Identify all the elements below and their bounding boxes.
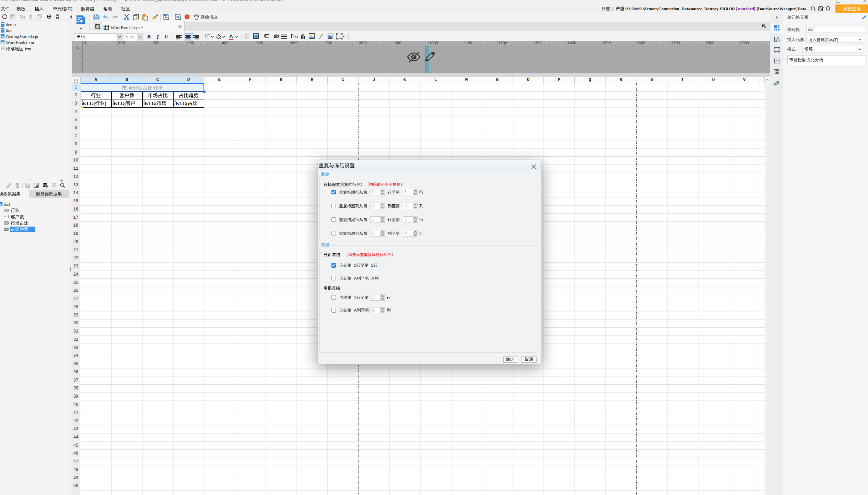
svg-text:1: 1 xyxy=(186,15,188,19)
